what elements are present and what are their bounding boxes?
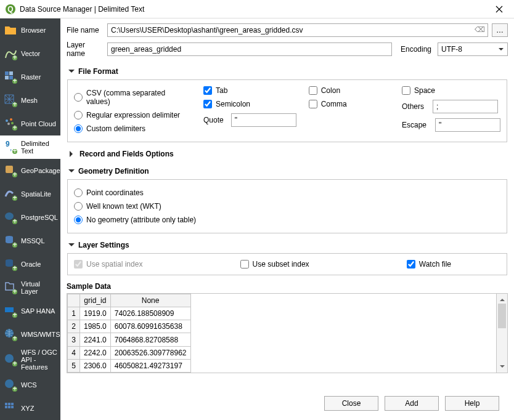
section-toggle-file-format[interactable]: File Format (67, 65, 507, 78)
section-toggle-layer-settings[interactable]: Layer Settings (67, 238, 507, 252)
escape-input[interactable] (435, 118, 500, 132)
wfs-icon: + (4, 353, 17, 366)
encoding-select[interactable]: UTF-8 (438, 42, 508, 56)
checkbox-spatial-index: Use spatial index (74, 260, 142, 269)
sidebar-item-raster[interactable]: +Raster (0, 65, 60, 89)
svg-text:+: + (12, 193, 17, 201)
table-row[interactable]: 52306.046050821.49273197 (68, 359, 191, 372)
sample-data-table[interactable]: grid_id None 11919.074026.188508909 2198… (67, 294, 191, 373)
others-label: Others (402, 102, 424, 111)
sidebar-item-mesh[interactable]: +Mesh (0, 89, 60, 112)
oracle-icon: + (4, 257, 17, 271)
column-header[interactable]: grid_id (80, 294, 111, 307)
quote-label: Quote (203, 116, 224, 124)
section-toggle-record-fields[interactable]: Record and Fields Options (67, 147, 507, 161)
sidebar-item-geopackage[interactable]: +GeoPackage (0, 159, 60, 182)
radio-point-coordinates[interactable]: Point coordinates (74, 186, 500, 200)
sidebar-item-spatialite[interactable]: +SpatiaLite (0, 182, 60, 206)
sidebar-item-oracle[interactable]: +Oracle (0, 252, 60, 276)
delimited-text-icon: 9,+ (4, 140, 17, 154)
sidebar-item-mssql[interactable]: +MSSQL (0, 229, 60, 252)
svg-text:+: + (12, 287, 17, 294)
svg-rect-53 (5, 406, 7, 408)
svg-text:+: + (12, 123, 17, 131)
svg-text:+: + (12, 147, 17, 154)
layer-name-input[interactable] (107, 42, 392, 56)
scroll-thumb[interactable] (498, 304, 506, 328)
column-header[interactable]: None (110, 294, 190, 307)
layer-name-label: Layer name (67, 41, 104, 58)
svg-rect-5 (9, 71, 13, 75)
file-name-label: File name (67, 26, 104, 34)
sidebar-item-browser[interactable]: Browser (0, 18, 60, 42)
svg-text:+: + (12, 384, 17, 392)
table-header-row: grid_id None (68, 294, 191, 307)
svg-text:Q: Q (7, 5, 13, 14)
table-row[interactable]: 32241.07064868.82708588 (68, 333, 191, 346)
checkbox-comma[interactable]: Comma (309, 100, 390, 108)
svg-rect-54 (8, 406, 10, 408)
sidebar-item-postgresql[interactable]: +PostgreSQL (0, 206, 60, 229)
chevron-down-icon (68, 70, 75, 76)
radio-no-geometry[interactable]: No geometry (attribute only table) (74, 213, 500, 227)
sidebar-item-xyz[interactable]: XYZ (0, 397, 60, 420)
checkbox-colon[interactable]: Colon (309, 86, 390, 95)
sidebar-item-sap-hana[interactable]: +SAP HANA (0, 299, 60, 323)
svg-text:9: 9 (6, 140, 10, 148)
checkbox-space[interactable]: Space (402, 86, 500, 95)
raster-icon: + (4, 70, 17, 84)
svg-rect-22 (6, 166, 13, 173)
svg-text:+: + (12, 264, 17, 271)
quote-input[interactable] (231, 113, 296, 127)
table-row[interactable]: 21985.060078.60991635638 (68, 320, 191, 333)
escape-label: Escape (402, 121, 426, 129)
close-icon (496, 6, 503, 13)
clear-file-icon[interactable]: ⌫ (475, 25, 485, 34)
add-button[interactable]: Add (385, 396, 439, 411)
checkbox-tab[interactable]: Tab (203, 86, 296, 95)
radio-regex[interactable]: Regular expression delimiter (74, 108, 191, 122)
svg-text:+: + (12, 240, 17, 248)
sidebar-item-wcs[interactable]: +WCS (0, 373, 60, 397)
radio-wkt[interactable]: Well known text (WKT) (74, 200, 500, 213)
sidebar-item-vector[interactable]: +Vector (0, 42, 60, 65)
svg-point-13 (10, 118, 12, 121)
scroll-up-icon[interactable] (497, 294, 507, 304)
mssql-icon: + (4, 234, 17, 248)
section-toggle-geometry[interactable]: Geometry Definition (67, 164, 507, 178)
content-panel: File name C:\Users\USER\Desktop\ashanti\… (60, 18, 514, 420)
sample-data-title: Sample Data (67, 282, 508, 291)
table-row[interactable]: 11919.074026.188508909 (68, 307, 191, 320)
checkbox-watch-file[interactable]: Watch file (407, 260, 451, 269)
browse-file-button[interactable]: … (492, 23, 508, 37)
titlebar: Q Data Source Manager | Delimited Text (0, 0, 514, 18)
svg-point-12 (6, 119, 8, 122)
window-close-button[interactable] (487, 1, 512, 18)
svg-text:+: + (12, 359, 17, 366)
sidebar-item-point-cloud[interactable]: +Point Cloud (0, 112, 60, 135)
sidebar-item-virtual-layer[interactable]: +Virtual Layer (0, 276, 60, 299)
sample-scrollbar[interactable] (496, 294, 507, 373)
radio-custom[interactable]: Custom delimiters (74, 122, 191, 135)
help-button[interactable]: Help (445, 396, 499, 411)
checkbox-semicolon[interactable]: Semicolon (203, 100, 296, 108)
svg-rect-50 (5, 403, 7, 405)
checkbox-subset-index[interactable]: Use subset index (240, 260, 309, 269)
browser-icon (4, 23, 17, 37)
sidebar-item-wms-wmts[interactable]: +WMS/WMTS (0, 323, 60, 346)
main-area: Browser +Vector +Raster +Mesh +Point Clo… (0, 18, 514, 420)
svg-text:+: + (12, 76, 17, 84)
svg-text:+: + (12, 310, 17, 318)
svg-text:+: + (12, 170, 17, 177)
scroll-down-icon[interactable] (497, 363, 507, 373)
file-name-input[interactable]: C:\Users\USER\Desktop\ashanti\green_area… (107, 23, 488, 37)
radio-csv[interactable]: CSV (comma separated values) (74, 86, 191, 108)
vector-icon: + (4, 47, 17, 60)
sidebar-item-wfs[interactable]: +WFS / OGC API - Features (0, 346, 60, 373)
svg-text:+: + (12, 217, 17, 224)
table-row[interactable]: 42242.020063526.309778962 (68, 346, 191, 359)
sidebar-item-delimited-text[interactable]: 9,+Delimited Text (0, 135, 60, 159)
encoding-label: Encoding (401, 45, 431, 54)
others-input[interactable] (433, 100, 498, 113)
close-button[interactable]: Close (324, 396, 378, 411)
